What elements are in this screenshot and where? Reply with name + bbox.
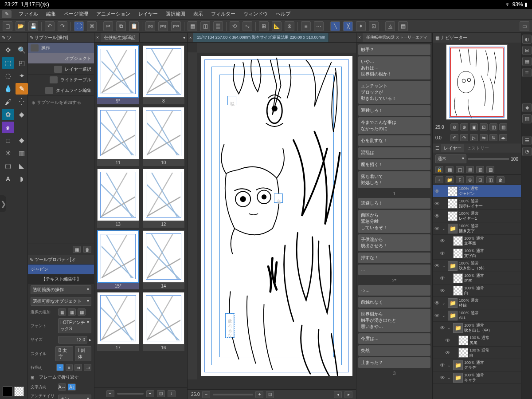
addsel-btn[interactable]: ▦ <box>58 308 66 316</box>
fit-icon[interactable]: ⊡ <box>157 390 165 397</box>
layer-row[interactable]: 👁⌄📁100％ 通常キャラ <box>433 371 521 384</box>
save-icon[interactable]: 💾 <box>28 21 38 31</box>
menu-edit[interactable]: 編集 <box>43 10 59 18</box>
subtool-item[interactable]: オブジェクト <box>28 53 94 64</box>
layer-btn[interactable]: ◫ <box>456 166 464 173</box>
fold-icon[interactable]: ⌄ <box>442 301 446 305</box>
sidetab-icon[interactable]: ▤ <box>522 114 532 123</box>
text-balloon[interactable]: 違う <box>274 194 283 203</box>
eyedrop-tool-icon[interactable]: 💧 <box>2 83 14 95</box>
eraser-tool-icon[interactable]: ◆ <box>16 109 28 120</box>
page-thumb[interactable] <box>143 107 185 159</box>
visibility-icon[interactable]: 👁 <box>434 263 441 269</box>
nav-icon[interactable]: ⊡ <box>266 391 274 398</box>
visibility-icon[interactable]: 👁 <box>434 213 441 219</box>
layer-btn[interactable]: ▤ <box>466 166 474 173</box>
flip-h-icon[interactable]: ⇋ <box>480 134 488 141</box>
frame-tool-icon[interactable]: ▥ <box>16 147 28 159</box>
visibility-icon[interactable]: 👁 <box>440 375 446 381</box>
blend-select[interactable]: 通常▾ <box>435 154 466 163</box>
story-line[interactable]: エンチャント ブロックが 動き出している！ <box>358 81 430 104</box>
layer-row[interactable]: 👁⌄📁100％ 通常ALL <box>433 309 521 322</box>
align-btn[interactable]: ⫤ <box>74 364 82 371</box>
new-layer-icon[interactable]: ▫ <box>435 176 443 183</box>
export-png-icon[interactable]: png <box>158 21 168 31</box>
chevron-icon[interactable]: ▸ <box>89 337 91 342</box>
blend-tool-icon[interactable]: ๑ <box>2 122 14 133</box>
fit-icon[interactable]: ⊡ <box>480 123 488 130</box>
story-line[interactable]: 避難しろ！ <box>358 105 430 116</box>
subtool-item[interactable]: 操作 <box>28 43 94 53</box>
calc-icon[interactable]: ▤ <box>398 21 408 31</box>
story-line[interactable]: 落ち着いて 対処しろ！ <box>358 171 430 188</box>
pages-tab[interactable]: 任侠転生第56話 <box>101 33 140 42</box>
page-thumb[interactable] <box>143 230 185 283</box>
fg-color[interactable] <box>3 387 12 396</box>
cut-icon[interactable]: ✂ <box>103 21 113 31</box>
page-thumb[interactable] <box>143 169 185 221</box>
zoom-in-icon[interactable]: + <box>146 390 154 397</box>
export-jpg-icon[interactable]: jpg <box>145 21 155 31</box>
zoom-out-icon[interactable]: − <box>202 391 210 398</box>
story-line[interactable]: 押すな！ <box>358 253 430 263</box>
clear-icon[interactable]: ☒ <box>87 21 97 31</box>
visibility-icon[interactable]: 👁 <box>434 188 441 194</box>
font-select[interactable]: I-OTFアンチックS▾ <box>58 318 91 333</box>
layer-row[interactable]: 👁100％ 通常尻尾 <box>433 272 521 284</box>
story-line[interactable]: 前触れなく <box>358 297 430 308</box>
layer-btn[interactable]: ⊡ <box>476 176 484 183</box>
text-tool-icon[interactable]: A <box>2 173 14 185</box>
layer-row[interactable]: 👁100％ 通常尻尾 <box>433 334 521 347</box>
canvas-rotate-icon[interactable]: ⟲ <box>230 21 239 31</box>
scroll-left-icon[interactable]: ◂ <box>334 391 342 398</box>
transform-icon[interactable]: ◫ <box>200 21 210 31</box>
snap-persp-icon[interactable]: ╳ <box>343 21 353 31</box>
layer-row[interactable]: 👁100％ 通常文字白 <box>433 247 521 260</box>
app-logo[interactable]: ✎ <box>2 10 12 18</box>
layer-btn[interactable]: ▥ <box>476 166 484 173</box>
history-tab[interactable]: ヒストリー <box>464 144 492 152</box>
marquee-tool-icon[interactable]: ◌ <box>2 70 14 82</box>
layer-row[interactable]: 👁⌄📁100％ 通常枠線 <box>433 297 521 309</box>
opacity-slider[interactable] <box>468 158 509 160</box>
addsel-btn[interactable]: ▦ <box>78 308 86 316</box>
wand-tool-icon[interactable]: ✦ <box>16 70 28 82</box>
brush-tool-icon[interactable]: 🖌 <box>2 96 14 107</box>
new-icon[interactable]: ▢ <box>3 21 12 31</box>
shape-tool-icon[interactable]: □ <box>2 134 14 146</box>
visibility-icon[interactable]: 👁 <box>440 250 446 257</box>
layermove-tool-icon[interactable]: ◰ <box>16 57 28 69</box>
addsel-btn[interactable]: ▦ <box>68 308 76 316</box>
visibility-icon[interactable]: 👁 <box>434 201 441 207</box>
text-balloon[interactable]: 私は <box>227 96 236 105</box>
move-tool-icon[interactable]: ✥ <box>2 44 14 56</box>
size-input[interactable]: 12.0 <box>58 336 87 344</box>
ruler-tool-icon[interactable]: ◣ <box>16 160 28 172</box>
menu-filter[interactable]: フィルター <box>207 10 239 18</box>
story-line[interactable]: 混乱は <box>358 147 430 158</box>
zoom-slider[interactable] <box>117 393 144 395</box>
sidetab-icon[interactable]: ◆ <box>522 103 532 112</box>
menu-view[interactable]: 表示 <box>190 10 207 18</box>
story-line[interactable]: 今度は… <box>358 333 430 344</box>
rot-cw-icon[interactable]: ↷ <box>460 134 468 141</box>
order-icon[interactable]: ↕ <box>168 390 176 397</box>
sidetab-icon[interactable]: ▦ <box>522 57 532 66</box>
menu-help[interactable]: ヘルプ <box>272 10 294 18</box>
fold-icon[interactable]: ⌄ <box>442 264 446 268</box>
menu-window[interactable]: ウィンドウ <box>240 10 271 18</box>
menu-select[interactable]: 選択範囲 <box>162 10 189 18</box>
paste-icon[interactable]: 📋 <box>129 21 139 31</box>
visibility-icon[interactable]: 👁 <box>440 362 446 368</box>
subtool-item[interactable]: ライトテーブル <box>28 75 94 85</box>
visibility-icon[interactable]: 👁 <box>445 337 451 344</box>
visibility-icon[interactable]: 👁 <box>445 350 451 356</box>
layer-btn[interactable]: ▦ <box>446 166 454 173</box>
resize-icon[interactable]: ⛶ <box>74 21 84 31</box>
chevron-down-icon[interactable]: ▾ <box>181 35 187 40</box>
zoom-slider[interactable] <box>213 394 253 395</box>
menu-page[interactable]: ページ管理 <box>60 10 92 18</box>
bg-color[interactable] <box>14 387 24 396</box>
textdir-v[interactable]: A↕ <box>68 383 76 391</box>
menu-layer[interactable]: レイヤー <box>135 10 161 18</box>
